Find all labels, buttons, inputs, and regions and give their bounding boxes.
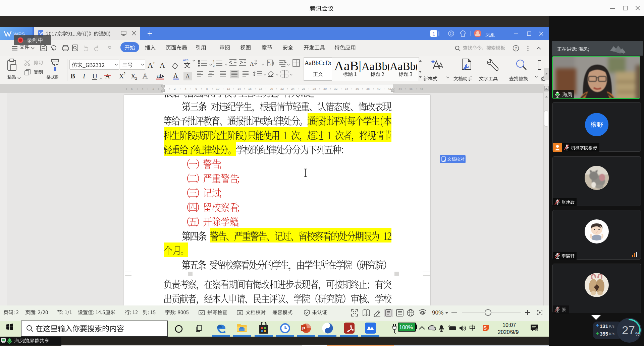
svg-text:48: 48 xyxy=(420,87,423,90)
svg-text:30: 30 xyxy=(323,87,327,90)
svg-text:U: U xyxy=(92,72,97,80)
svg-text:40: 40 xyxy=(377,87,380,90)
svg-text:AaB|: AaB| xyxy=(334,58,361,72)
svg-text:32: 32 xyxy=(334,87,337,90)
svg-text:K/s: K/s xyxy=(609,332,614,336)
svg-text:22: 22 xyxy=(280,87,284,90)
svg-text:2: 2 xyxy=(152,87,154,90)
svg-text:4: 4 xyxy=(184,87,186,90)
svg-text:100%: 100% xyxy=(399,325,413,330)
svg-text:P: P xyxy=(302,326,305,331)
svg-text:355: 355 xyxy=(600,331,608,337)
svg-text:16: 16 xyxy=(248,87,252,90)
svg-text:90%: 90% xyxy=(432,309,443,316)
svg-text:A: A xyxy=(148,61,153,69)
svg-text:10:07: 10:07 xyxy=(502,322,516,328)
svg-text:4: 4 xyxy=(142,87,143,90)
svg-text:36: 36 xyxy=(356,87,359,90)
svg-text:wen: wen xyxy=(183,58,189,62)
svg-text:14: 14 xyxy=(237,87,241,90)
svg-text:ab: ab xyxy=(157,73,163,79)
svg-text:12: 12 xyxy=(227,87,230,90)
svg-text:%: % xyxy=(635,331,639,337)
svg-text:18: 18 xyxy=(259,87,262,90)
svg-text:131: 131 xyxy=(600,324,608,329)
svg-text:S: S xyxy=(483,325,487,331)
svg-text:AaBb(: AaBb( xyxy=(390,60,417,72)
svg-text:A: A xyxy=(160,61,165,69)
svg-text:I: I xyxy=(83,72,86,80)
svg-text:34: 34 xyxy=(345,87,348,90)
svg-text:Z: Z xyxy=(270,63,272,66)
svg-text:AaBb(: AaBb( xyxy=(362,60,389,72)
svg-text:2: 2 xyxy=(174,87,175,90)
svg-text:3: 3 xyxy=(213,64,215,67)
svg-text:X: X xyxy=(131,73,136,80)
svg-text:?: ? xyxy=(515,46,517,50)
svg-text:A: A xyxy=(143,72,148,80)
svg-text:6: 6 xyxy=(131,87,132,90)
svg-text:A: A xyxy=(105,72,110,80)
svg-text:A: A xyxy=(250,61,254,67)
svg-text:+: + xyxy=(153,61,155,65)
svg-text:B: B xyxy=(70,72,75,80)
svg-text:27: 27 xyxy=(622,324,635,337)
svg-text:24: 24 xyxy=(291,87,294,90)
svg-text:20: 20 xyxy=(270,87,273,90)
svg-text:A: A xyxy=(185,73,190,80)
svg-text:X: X xyxy=(119,73,124,80)
svg-text:10: 10 xyxy=(216,87,219,90)
svg-text:42: 42 xyxy=(388,87,391,90)
svg-text:A: A xyxy=(173,72,178,79)
svg-text:2020/9/9: 2020/9/9 xyxy=(498,329,519,335)
svg-text:1: 1 xyxy=(432,31,435,37)
svg-text:26: 26 xyxy=(302,87,305,90)
svg-text:2: 2 xyxy=(135,76,137,80)
svg-text:K/s: K/s xyxy=(609,324,614,328)
svg-text:28: 28 xyxy=(313,87,316,90)
svg-text:44: 44 xyxy=(398,87,402,90)
svg-text:−: − xyxy=(165,61,167,65)
svg-text:6: 6 xyxy=(195,87,197,90)
svg-text:2: 2 xyxy=(123,72,125,76)
svg-text:46: 46 xyxy=(409,87,413,90)
svg-text:8: 8 xyxy=(206,87,208,90)
svg-text:38: 38 xyxy=(366,87,370,90)
